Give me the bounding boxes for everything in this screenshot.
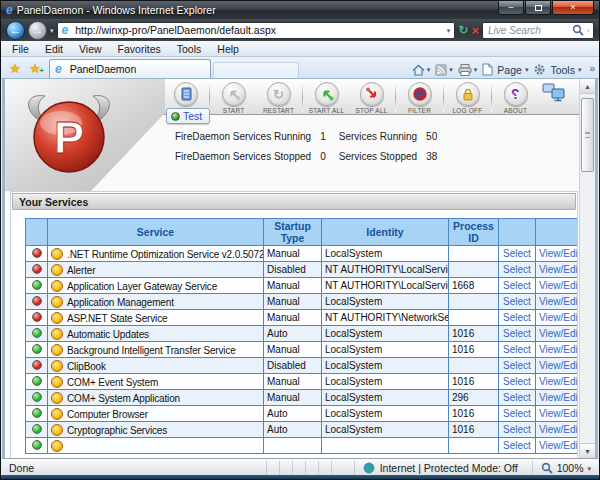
select-link[interactable]: Select: [503, 344, 531, 355]
scroll-up-button[interactable]: ▲: [580, 79, 595, 94]
select-link[interactable]: Select: [503, 328, 531, 339]
process-id-cell: [449, 438, 499, 454]
services-panel: Your Services Service Startup Type Ident…: [10, 191, 578, 458]
view-edit-link[interactable]: View/Edit: [539, 392, 578, 403]
select-link[interactable]: Select: [503, 392, 531, 403]
identity-column-header[interactable]: Identity: [322, 219, 449, 246]
service-column-header[interactable]: Service: [48, 219, 264, 246]
tools-menu-button[interactable]: Tools: [550, 64, 575, 76]
select-link[interactable]: Select: [503, 440, 531, 451]
running-value: 50: [426, 131, 437, 142]
view-edit-link[interactable]: View/Edit: [539, 296, 578, 307]
feeds-dropdown-icon[interactable]: ▾: [449, 66, 453, 73]
vertical-scrollbar[interactable]: ▲ ▼: [579, 79, 595, 458]
section-title-bar: Your Services: [12, 193, 576, 210]
table-row: COM+ Event System Manual LocalSystem 101…: [26, 374, 578, 390]
zoom-dropdown-icon[interactable]: ▾: [587, 465, 591, 472]
toolbar-about-button[interactable]: ? ABOUT: [493, 80, 538, 114]
security-zone[interactable]: Internet | Protected Mode: Off: [354, 461, 518, 476]
scroll-down-button[interactable]: ▼: [580, 443, 595, 458]
toolbar-label: START: [223, 107, 245, 114]
select-link[interactable]: Select: [503, 264, 531, 275]
view-edit-link[interactable]: View/Edit: [539, 344, 578, 355]
search-input[interactable]: [486, 24, 570, 37]
toolbar-start-button[interactable]: START: [211, 80, 256, 114]
select-link[interactable]: Select: [503, 248, 531, 259]
home-icon[interactable]: [412, 64, 425, 76]
service-icon: [51, 424, 63, 436]
select-cell: Select: [499, 326, 536, 342]
search-options-dropdown-icon[interactable]: ▾: [586, 27, 590, 34]
status-text: Done: [9, 462, 34, 474]
print-icon[interactable]: [458, 64, 472, 76]
tab-paneldaemon[interactable]: e PanelDaemon: [49, 59, 211, 78]
startup-type-column-header[interactable]: Startup Type: [264, 219, 322, 246]
page-dropdown-icon[interactable]: ▾: [525, 66, 529, 73]
new-tab-slot[interactable]: [213, 62, 299, 78]
tools-gear-icon[interactable]: [533, 63, 546, 76]
favorites-center-button[interactable]: ★: [5, 59, 25, 77]
view-edit-link[interactable]: View/Edit: [539, 264, 578, 275]
feeds-icon[interactable]: [435, 64, 447, 76]
scrollbar-thumb[interactable]: [581, 98, 594, 172]
select-link[interactable]: Select: [503, 360, 531, 371]
forward-button[interactable]: →: [28, 21, 47, 40]
view-edit-link[interactable]: View/Edit: [539, 424, 578, 435]
status-segment: [266, 461, 279, 476]
view-edit-link[interactable]: View/Edit: [539, 312, 578, 323]
menu-item[interactable]: Edit: [37, 42, 71, 56]
stop-button[interactable]: ×: [471, 24, 479, 37]
close-button[interactable]: ×: [552, 1, 594, 15]
browser-window: e PanelDaemon - Windows Internet Explore…: [0, 0, 600, 480]
select-cell: Select: [499, 262, 536, 278]
maximize-button[interactable]: [525, 1, 551, 15]
service-icon: [51, 440, 63, 452]
menu-item[interactable]: File: [4, 42, 37, 56]
menu-item[interactable]: Favorites: [110, 42, 169, 56]
view-edit-link[interactable]: View/Edit: [539, 408, 578, 419]
history-dropdown-icon[interactable]: ▾: [50, 27, 54, 34]
menu-item[interactable]: Help: [209, 42, 247, 56]
view-edit-link[interactable]: View/Edit: [539, 376, 578, 387]
select-link[interactable]: Select: [503, 424, 531, 435]
select-link[interactable]: Select: [503, 312, 531, 323]
command-overflow-icon[interactable]: »: [589, 63, 595, 74]
process-id-column-header[interactable]: Process ID: [449, 219, 499, 246]
startup-type-cell: Manual: [264, 342, 322, 358]
test-button[interactable]: Test: [166, 108, 210, 124]
search-icon[interactable]: [572, 24, 584, 36]
page-icon[interactable]: [482, 63, 493, 76]
toolbar-start-all-button[interactable]: START ALL: [304, 80, 349, 114]
view-edit-link[interactable]: View/Edit: [539, 440, 578, 451]
toolbar-stop-all-button[interactable]: STOP ALL: [349, 80, 394, 114]
view-edit-link[interactable]: View/Edit: [539, 328, 578, 339]
fd-running-label: FireDaemon Services Running: [175, 131, 311, 142]
select-link[interactable]: Select: [503, 296, 531, 307]
service-name-cell: Automatic Updates: [48, 326, 264, 342]
print-dropdown-icon[interactable]: ▾: [474, 66, 478, 73]
select-link[interactable]: Select: [503, 408, 531, 419]
menu-item[interactable]: Tools: [169, 42, 210, 56]
home-dropdown-icon[interactable]: ▾: [427, 66, 431, 73]
zoom-control[interactable]: 100% ▾: [532, 461, 591, 476]
minimize-button[interactable]: –: [498, 1, 524, 15]
back-button[interactable]: ←: [6, 21, 25, 40]
service-name: Cryptographic Services: [67, 425, 167, 436]
toolbar-filter-button[interactable]: FILTER: [397, 80, 442, 114]
refresh-button[interactable]: ↻: [458, 24, 468, 36]
service-status-cell: [26, 390, 48, 406]
view-edit-link[interactable]: View/Edit: [539, 248, 578, 259]
toolbar-restart-button[interactable]: ↻ RESTART: [256, 80, 301, 114]
tools-dropdown-icon[interactable]: ▾: [578, 66, 582, 73]
menu-item[interactable]: View: [71, 42, 110, 56]
page-menu-button[interactable]: Page: [497, 64, 522, 76]
address-input[interactable]: [75, 24, 444, 36]
select-link[interactable]: Select: [503, 376, 531, 387]
view-edit-link[interactable]: View/Edit: [539, 280, 578, 291]
toolbar-log-off-button[interactable]: LOG OFF: [445, 80, 490, 114]
add-favorite-button[interactable]: ★+: [25, 59, 45, 77]
address-dropdown-icon[interactable]: ▾: [447, 27, 451, 34]
select-link[interactable]: Select: [503, 280, 531, 291]
view-edit-link[interactable]: View/Edit: [539, 360, 578, 371]
network-computers-button[interactable]: [542, 82, 566, 106]
